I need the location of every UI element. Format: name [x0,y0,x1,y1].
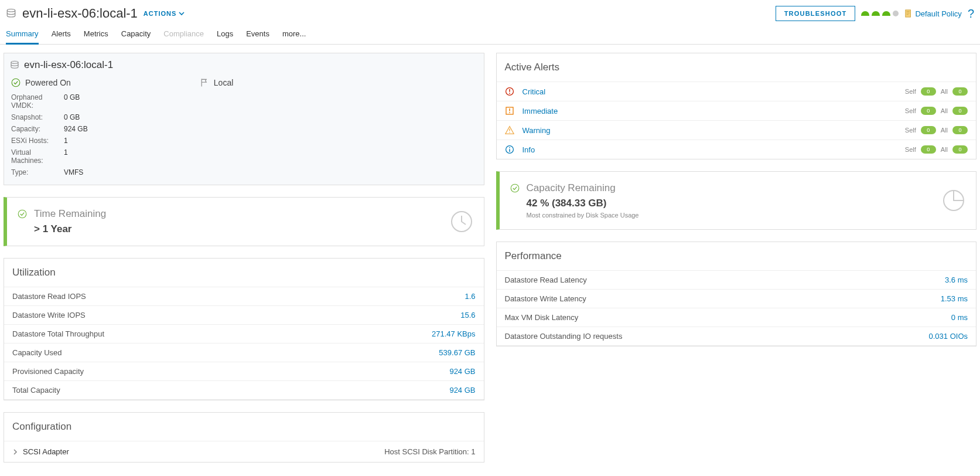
metric-value[interactable]: 539.67 GB [439,348,475,357]
actions-dropdown[interactable]: ACTIONS [144,10,185,17]
self-label: Self [905,107,916,114]
svg-point-3 [12,79,20,87]
kv-value: VMFS [64,168,478,176]
metric-value[interactable]: 3.6 ms [945,276,968,284]
svg-point-2 [11,61,18,63]
self-label: Self [905,127,916,134]
performance-title: Performance [497,242,976,270]
severity-link[interactable]: Info [523,145,581,154]
actions-label: ACTIONS [144,10,177,17]
policy-icon [904,9,913,18]
all-label: All [941,127,948,134]
kv-label: Type: [11,168,64,176]
utilization-card: Utilization Datastore Read IOPS1.6Datast… [4,258,484,400]
utilization-list: Datastore Read IOPS1.6Datastore Write IO… [4,287,484,400]
self-count-pill[interactable]: 0 [921,145,936,154]
tab-logs[interactable]: Logs [217,29,233,44]
metric-label: Datastore Read IOPS [12,292,86,301]
tab-alerts[interactable]: Alerts [52,29,71,44]
config-row-value: Host SCSI Disk Partition: 1 [384,447,475,456]
self-label: Self [905,146,916,153]
svg-point-10 [509,132,510,133]
alert-counts: Self0All0 [905,126,968,134]
metric-label: Datastore Outstanding IO requests [505,332,623,341]
all-count-pill[interactable]: 0 [952,126,968,134]
metric-value[interactable]: 1.53 ms [941,294,968,303]
overview-status-row: Powered On Local [10,76,478,93]
config-row-scsi: SCSI Adapter Host SCSI Disk Partition: 1 [4,441,484,462]
metric-value[interactable]: 924 GB [449,386,475,395]
time-remaining-card: Time Remaining > 1 Year [4,197,484,246]
metric-row: Total Capacity924 GB [4,381,484,400]
metric-value[interactable]: 924 GB [449,367,475,376]
utilization-title: Utilization [4,259,484,287]
svg-point-13 [511,184,519,192]
self-count-pill[interactable]: 0 [921,126,936,134]
locality-label: Local [214,78,233,87]
metric-row: Provisioned Capacity924 GB [4,362,484,381]
tab-more[interactable]: more... [282,29,306,44]
policy-link[interactable]: Default Policy [904,9,961,18]
metric-value[interactable]: 0.031 OIOs [929,332,968,341]
badge-dot-icon [893,11,899,16]
severity-icon [505,125,514,135]
capacity-remaining-body: Capacity Remaining 42 % (384.33 GB) Most… [527,182,639,219]
performance-card: Performance Datastore Read Latency3.6 ms… [496,242,977,346]
all-label: All [941,146,948,153]
status-badges[interactable] [861,11,899,16]
self-label: Self [905,88,916,95]
metric-label: Provisioned Capacity [12,367,84,376]
badge-dot-icon [861,11,869,16]
metric-row: Datastore Read Latency3.6 ms [497,271,976,290]
alert-row: WarningSelf0All0 [497,120,976,140]
check-icon [18,209,27,219]
metric-value[interactable]: 15.6 [460,311,475,319]
all-count-pill[interactable]: 0 [952,87,968,96]
time-remaining-value: > 1 Year [34,223,106,235]
all-count-pill[interactable]: 0 [952,107,968,115]
metric-row: Datastore Total Throughput271.47 KBps [4,325,484,344]
page-header: evn-li-esx-06:local-1 ACTIONS TROUBLESHO… [0,0,980,21]
metric-row: Datastore Write IOPS15.6 [4,306,484,325]
metric-value[interactable]: 0 ms [951,313,968,322]
svg-point-0 [7,9,15,12]
flag-icon [200,78,209,87]
tab-summary[interactable]: Summary [6,29,39,45]
troubleshoot-button[interactable]: TROUBLESHOOT [776,6,856,21]
overview-card: evn-li-esx-06:local-1 Powered On Local [4,53,484,185]
pie-icon [942,189,965,212]
overview-properties: Orphaned VMDK: 0 GB Snapshot: 0 GB Capac… [10,93,478,176]
self-count-pill[interactable]: 0 [921,107,936,115]
all-count-pill[interactable]: 0 [952,145,968,154]
expand-icon[interactable] [12,449,18,455]
time-remaining-body: Time Remaining > 1 Year [34,208,106,235]
metric-label: Total Capacity [12,386,60,395]
alerts-title: Active Alerts [497,53,976,81]
alerts-list: CriticalSelf0All0ImmediateSelf0All0Warni… [497,81,976,159]
left-column: evn-li-esx-06:local-1 Powered On Local [4,53,484,463]
tab-events[interactable]: Events [246,29,269,44]
overview-title-row: evn-li-esx-06:local-1 [10,59,478,76]
help-icon[interactable]: ? [968,7,974,21]
kv-label: Virtual Machines: [11,148,64,165]
page-title: evn-li-esx-06:local-1 [22,6,138,21]
metric-value[interactable]: 1.6 [465,292,475,301]
metric-row: Datastore Read IOPS1.6 [4,287,484,306]
kv-label: Snapshot: [11,113,64,121]
badge-dot-icon [872,11,880,16]
severity-link[interactable]: Critical [523,87,581,96]
severity-link[interactable]: Warning [523,126,581,135]
self-count-pill[interactable]: 0 [921,87,936,96]
right-column: Active Alerts CriticalSelf0All0Immediate… [496,53,977,463]
severity-link[interactable]: Immediate [523,107,581,115]
svg-point-4 [18,210,26,218]
metric-value[interactable]: 271.47 KBps [432,329,475,338]
metric-label: Max VM Disk Latency [505,313,579,322]
datastore-icon [6,8,16,19]
tab-metrics[interactable]: Metrics [84,29,108,44]
summary-content: evn-li-esx-06:local-1 Powered On Local [0,45,980,471]
configuration-card: Configuration SCSI Adapter Host SCSI Dis… [4,412,484,463]
kv-value: 1 [64,148,478,165]
metric-label: Capacity Used [12,348,62,357]
tab-capacity[interactable]: Capacity [121,29,151,44]
